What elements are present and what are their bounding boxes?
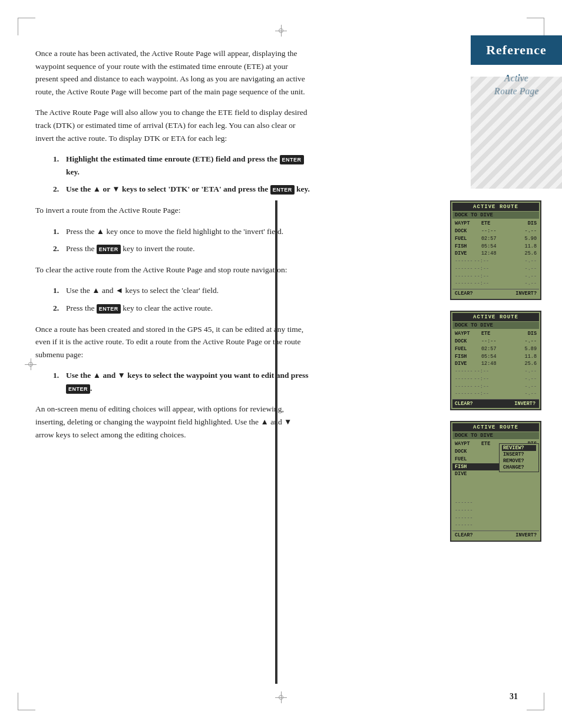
screen1-row-dive: DIVE 12:48 25.6: [452, 250, 539, 258]
paragraph-edit: Once a route has been created and stored…: [35, 323, 312, 361]
screen2-row-fish: FISH 05:54 11.8: [452, 353, 539, 361]
screen1-row-dock: DOCK --:-- -.--: [452, 228, 539, 235]
screen1-headers: WAYPT ETE DIS: [452, 220, 539, 227]
gps-screen-1: ACTIVE ROUTE DOCK TO DIVE WAYPT ETE DIS …: [450, 200, 541, 300]
corner-mark-bl: [18, 693, 35, 710]
left-margin-bar: [275, 200, 277, 684]
enter-key-5: ENTER: [66, 384, 90, 394]
page-number: 31: [510, 692, 518, 701]
screen3-menu: REVIEW? INSERT? REMOVE? CHANGE?: [499, 443, 539, 472]
list-clear: 1. Use the ▲ and ◄ keys to select the 'c…: [53, 284, 312, 314]
menu-change: CHANGE?: [502, 465, 536, 470]
crosshair-bottom: [275, 691, 287, 703]
enter-key-2: ENTER: [270, 185, 295, 195]
screen1-bottom: CLEAR? INVERT?: [452, 289, 539, 298]
screen2-bottom: CLEAR? INVERT?: [452, 399, 539, 408]
reference-tab: Reference: [471, 35, 562, 65]
enter-key-1: ENTER: [280, 155, 304, 164]
sidebar-decoration: [471, 77, 562, 189]
main-content: Once a route has been activated, the Act…: [35, 47, 312, 449]
list-dtk-eta: 1. Highlight the estimated time enroute …: [53, 153, 312, 196]
list-item-clear-1: 1. Use the ▲ and ◄ keys to select the 'c…: [53, 284, 312, 297]
screen2-headers: WAYPT ETE DIS: [452, 330, 539, 337]
screen1-row-fish: FISH 05:54 11.8: [452, 243, 539, 251]
list-item-edit-1: 1. Use the ▲ and ▼ keys to select the wa…: [53, 369, 312, 394]
paragraph-clear: To clear the active route from the Activ…: [35, 263, 312, 276]
screen2-empty-3: --------:---.--: [452, 383, 539, 391]
screen3-bottom: CLEAR? INVERT?: [452, 531, 539, 539]
screen2-empty-2: --------:---.--: [452, 375, 539, 383]
corner-mark-tl: [18, 18, 35, 35]
list-item-clear-2: 2. Press the ENTER key to clear the acti…: [53, 302, 312, 315]
screen2-empty-1: --------:---.--: [452, 368, 539, 375]
screen2-row-dive: DIVE 12:48 25.6: [452, 360, 539, 368]
screen1-title: ACTIVE ROUTE: [452, 203, 539, 211]
list-edit: 1. Use the ▲ and ▼ keys to select the wa…: [53, 369, 312, 394]
screen1-empty-3: --------:---.--: [452, 273, 539, 281]
screen1-empty-1: --------:---.--: [452, 258, 539, 265]
screen2-row-fuel: FUEL 02:57 5.89: [452, 345, 539, 353]
screen3-empty-2: ------: [452, 507, 539, 515]
crosshair-left: [25, 358, 37, 370]
list-invert: 1. Press the ▲ key once to move the fiel…: [53, 225, 312, 255]
page: Reference Active Route Page Once a route…: [0, 0, 562, 728]
paragraph-invert: To invert a route from the Active Route …: [35, 204, 312, 217]
list-item-invert-2: 2. Press the ENTER key to invert the rou…: [53, 242, 312, 255]
menu-insert: INSERT?: [502, 452, 536, 457]
screen3-empty-4: ------: [452, 522, 539, 529]
menu-review: REVIEW?: [502, 445, 536, 451]
enter-key-4: ENTER: [97, 304, 121, 314]
crosshair-top: [275, 25, 287, 37]
reference-title: Reference: [480, 42, 553, 58]
screen3-data-and-menu: DOCK FUEL FISH DIVE REVIEW? INSERT?: [452, 448, 539, 478]
list-item-invert-1: 1. Press the ▲ key once to move the fiel…: [53, 225, 312, 238]
screen3-route: DOCK TO DIVE: [452, 432, 539, 439]
screen3-title: ACTIVE ROUTE: [452, 423, 539, 431]
screen1-row-fuel: FUEL 02:57 5.90: [452, 235, 539, 243]
paragraph-1: Once a route has been activated, the Act…: [35, 47, 312, 98]
list-item-dtk-2: 2. Use the ▲ or ▼ keys to select 'DTK' o…: [53, 183, 312, 196]
menu-remove: REMOVE?: [502, 458, 536, 464]
right-sidebar: Reference Active Route Page: [459, 0, 562, 189]
enter-key-3: ENTER: [97, 245, 121, 254]
list-item-dtk-1: 1. Highlight the estimated time enroute …: [53, 153, 312, 178]
gps-screen-3: ACTIVE ROUTE DOCK TO DIVE WAYPT ETE DIS …: [450, 421, 541, 542]
corner-mark-br: [527, 693, 544, 710]
screen1-empty-2: --------:---.--: [452, 265, 539, 273]
screen2-row-dock: DOCK --:-- -.--: [452, 338, 539, 345]
screen2-title: ACTIVE ROUTE: [452, 313, 539, 321]
screen3-empty-3: ------: [452, 515, 539, 522]
screen3-empty-1: ------: [452, 499, 539, 507]
screen2-route: DOCK TO DIVE: [452, 322, 539, 329]
gps-screens: ACTIVE ROUTE DOCK TO DIVE WAYPT ETE DIS …: [450, 200, 541, 542]
screen1-route: DOCK TO DIVE: [452, 212, 539, 219]
gps-screen-2: ACTIVE ROUTE DOCK TO DIVE WAYPT ETE DIS …: [450, 311, 541, 410]
paragraph-final: An on-screen menu of editing choices wil…: [35, 403, 312, 441]
paragraph-2: The Active Route Page will also allow yo…: [35, 106, 312, 144]
screen1-empty-4: --------:---.--: [452, 280, 539, 288]
screen2-empty-4: --------:---.--: [452, 390, 539, 398]
